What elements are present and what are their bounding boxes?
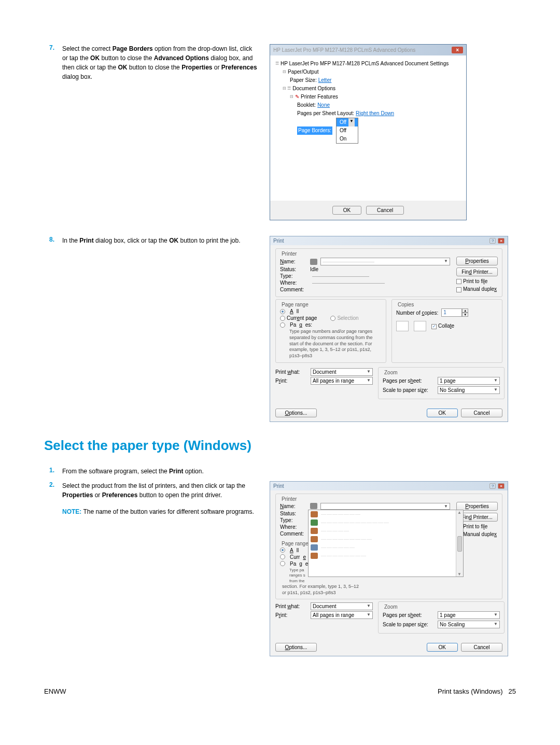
chevron-down-icon[interactable]: ▼: [348, 118, 355, 126]
options-button[interactable]: Options...: [275, 409, 317, 417]
cancel-button[interactable]: Cancel: [366, 206, 404, 215]
chevron-down-icon[interactable]: ▼: [444, 259, 448, 264]
selection-radio: Selection: [330, 315, 358, 321]
print-what-select[interactable]: Document▼: [311, 602, 373, 610]
list-item[interactable]: ———————: [309, 510, 463, 518]
pages-hint: Type page numbers and/or page ranges sep…: [280, 329, 382, 359]
dialog-titlebar: Print ? ×: [270, 236, 508, 245]
dialog-titlebar: HP LaserJet Pro MFP M127-M128 PCLmS Adva…: [270, 45, 466, 55]
step-8-text: In the Print dialog box, click or tap th…: [62, 236, 259, 422]
dropdown-option[interactable]: On: [337, 135, 358, 143]
printer-icon: [310, 503, 317, 509]
fieldset-label: Copies: [396, 302, 415, 307]
fieldset-label: Printer: [280, 251, 298, 257]
print-label: Print:: [275, 378, 307, 384]
scale-select[interactable]: No Scaling▼: [438, 621, 500, 628]
help-icon[interactable]: ?: [489, 238, 496, 244]
list-item[interactable]: ————————————: [309, 518, 463, 527]
close-icon[interactable]: ×: [498, 483, 505, 489]
scrollbar[interactable]: [456, 510, 463, 577]
where-label: Where:: [280, 280, 307, 286]
footer-right: Print tasks (Windows) 25: [438, 687, 516, 695]
type-label: Type:: [280, 517, 307, 523]
ok-button[interactable]: OK: [332, 206, 361, 215]
cancel-button[interactable]: Cancel: [461, 643, 502, 652]
fieldset-label: Zoom: [383, 370, 399, 375]
cancel-button[interactable]: Cancel: [461, 409, 502, 417]
fieldset-label: Page range: [280, 302, 310, 307]
dialog-title: HP LaserJet Pro MFP M127-M128 PCLmS Adva…: [273, 47, 415, 53]
page-borders-dropdown[interactable]: Off▼ Off On: [336, 118, 358, 144]
advanced-options-dialog: HP LaserJet Pro MFP M127-M128 PCLmS Adva…: [270, 44, 467, 220]
current-page-radio[interactable]: Current page: [280, 315, 317, 321]
step-number: 8.: [44, 236, 54, 422]
footer-left: ENWW: [44, 687, 66, 695]
dialog-titlebar: Print ? ×: [270, 482, 508, 490]
help-icon[interactable]: ?: [489, 483, 496, 489]
close-icon[interactable]: ×: [498, 238, 505, 244]
page-borders-label[interactable]: Page Borders:: [297, 126, 332, 135]
step-number: 1.: [44, 467, 54, 476]
print-label: Print:: [275, 612, 307, 618]
ok-button[interactable]: OK: [427, 643, 458, 652]
options-button[interactable]: Options...: [275, 643, 317, 652]
pages-per-sheet-select[interactable]: 1 page▼: [438, 377, 500, 385]
print-dialog-with-list: Print ? × Printer Name: ▼: [270, 481, 508, 657]
print-what-select[interactable]: Document▼: [311, 368, 373, 376]
all-radio[interactable]: All: [280, 308, 382, 314]
collate-checkbox[interactable]: Collate: [431, 323, 454, 329]
collate-icon: [414, 321, 426, 331]
type-label: Type:: [280, 273, 307, 279]
name-label: Name:: [280, 259, 307, 264]
pages-per-sheet-label: Pages per sheet:: [383, 612, 435, 618]
printer-name-select[interactable]: ▼: [320, 503, 450, 510]
ok-button[interactable]: OK: [427, 409, 458, 417]
print-what-label: Print what:: [275, 603, 307, 609]
scale-label: Scale to paper size:: [383, 387, 435, 393]
print-to-file-checkbox[interactable]: Print to file: [456, 278, 498, 284]
copies-spinner[interactable]: 1 ▲▼: [441, 308, 468, 317]
dropdown-option[interactable]: Off: [337, 126, 358, 135]
status-label: Status:: [280, 511, 307, 516]
list-item[interactable]: ——————: [309, 543, 463, 552]
list-item[interactable]: —————: [309, 527, 463, 535]
fieldset-label: Page range: [280, 541, 310, 546]
section-heading: Select the paper type (Windows): [44, 438, 516, 454]
step-2-text: Select the product from the list of prin…: [62, 481, 259, 657]
fieldset-label: Printer: [280, 496, 298, 502]
print-select[interactable]: All pages in range▼: [311, 611, 373, 619]
printer-dropdown-list[interactable]: ——————— ———————————— ————— ————————— ———…: [308, 510, 464, 577]
fieldset-label: Zoom: [383, 604, 399, 610]
printer-icon: [310, 259, 317, 265]
print-select[interactable]: All pages in range▼: [311, 377, 373, 385]
list-item[interactable]: —————————: [309, 535, 463, 543]
manual-duplex-checkbox[interactable]: Manual duplex: [456, 286, 498, 292]
printer-name-select[interactable]: ——————————▼: [320, 258, 450, 265]
close-icon[interactable]: ×: [452, 47, 463, 53]
step-number: 7.: [44, 44, 54, 220]
status-label: Status:: [280, 266, 307, 272]
find-printer-button[interactable]: Find Printer...: [456, 268, 498, 276]
collate-icon: [396, 321, 409, 331]
comment-label: Comment:: [280, 531, 307, 537]
print-what-label: Print what:: [275, 369, 307, 375]
step-1-text: From the software program, select the Pr…: [62, 467, 516, 476]
scale-label: Scale to paper size:: [383, 622, 435, 627]
list-item[interactable]: ————————: [309, 552, 463, 560]
name-label: Name:: [280, 503, 307, 509]
pages-per-sheet-label: Pages per sheet:: [383, 378, 435, 384]
pages-radio[interactable]: Pages:: [280, 322, 382, 328]
settings-tree: ☰HP LaserJet Pro MFP M127-M128 PCLmS Adv…: [275, 60, 461, 144]
where-label: Where:: [280, 524, 307, 530]
num-copies-label: Number of copies:: [396, 310, 438, 316]
pages-per-sheet-select[interactable]: 1 page▼: [438, 611, 500, 619]
print-dialog: Print ? × Printer Name: ——————————▼: [270, 236, 508, 422]
step-number: 2.: [44, 481, 54, 657]
step-7-text: Select the correct Page Borders option f…: [62, 44, 259, 220]
status-value: Idle: [310, 266, 318, 272]
scale-select[interactable]: No Scaling▼: [438, 386, 500, 394]
properties-button[interactable]: Properties: [456, 257, 498, 265]
comment-label: Comment:: [280, 287, 307, 292]
